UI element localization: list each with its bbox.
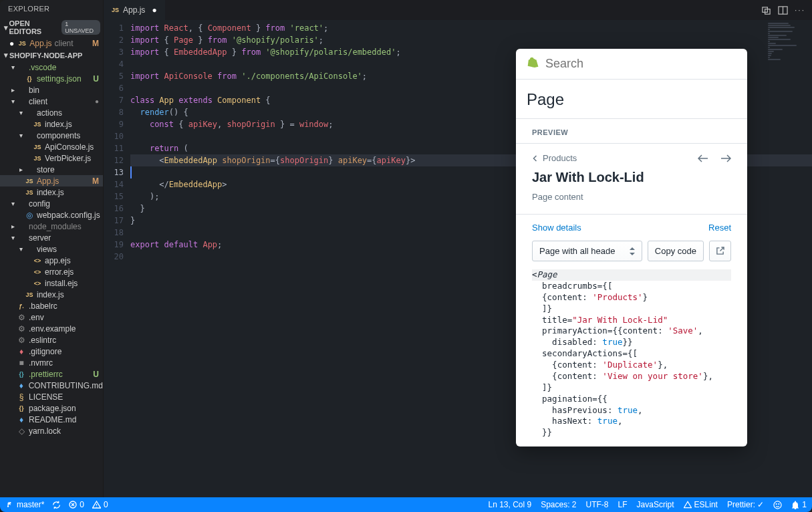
copy-code-button[interactable]: Copy code xyxy=(648,241,704,261)
preview-label: PREVIEW xyxy=(516,119,747,144)
language-mode[interactable]: JavaScript xyxy=(637,500,674,509)
reset-link[interactable]: Reset xyxy=(708,223,731,233)
tree-item[interactable]: ▾.vscode xyxy=(0,61,103,73)
tree-item[interactable]: ▾server xyxy=(0,232,103,243)
editor-tabs: JS App.js ● ··· xyxy=(104,0,812,20)
svg-point-7 xyxy=(779,503,779,504)
minimap[interactable] xyxy=(765,20,812,140)
tree-item[interactable]: ♦.gitignore xyxy=(0,346,103,357)
example-select[interactable]: Page with all heade xyxy=(532,241,642,261)
tree-item[interactable]: ▸store xyxy=(0,164,103,175)
shopify-logo-icon xyxy=(527,57,539,71)
polaris-panel: Page PREVIEW Products Jar With Lock-Lid … xyxy=(516,49,747,446)
tree-item[interactable]: {}package.json xyxy=(0,402,103,414)
warnings-count[interactable]: 0 xyxy=(92,500,108,509)
svg-point-5 xyxy=(774,501,781,508)
tree-item[interactable]: ▾client● xyxy=(0,96,103,107)
show-details-link[interactable]: Show details xyxy=(532,223,581,233)
tab-app-js[interactable]: JS App.js ● xyxy=(104,0,165,20)
tree-item[interactable]: JSVerbPicker.js xyxy=(0,152,103,164)
eslint-status[interactable]: ESLint xyxy=(684,500,718,509)
feedback-icon[interactable] xyxy=(773,501,782,509)
tree-item[interactable]: ▾config xyxy=(0,198,103,209)
tree-item[interactable]: {}settings.jsonU xyxy=(0,73,103,84)
tree-item[interactable]: <>install.ejs xyxy=(0,277,103,289)
tree-item[interactable]: ◎webpack.config.js xyxy=(0,209,103,221)
tree-item[interactable]: ⚙.eslintrc xyxy=(0,334,103,346)
tree-item[interactable]: ▾components xyxy=(0,130,103,141)
preview-content: Page content xyxy=(532,192,731,202)
tree-item[interactable]: <>error.ejs xyxy=(0,266,103,277)
tree-item[interactable]: ■.nvmrc xyxy=(0,357,103,368)
tree-item[interactable]: ◇yarn.lock xyxy=(0,425,103,436)
tree-item[interactable]: ▾actions xyxy=(0,107,103,118)
indentation[interactable]: Spaces: 2 xyxy=(541,500,576,509)
unsaved-badge: 1 UNSAVED xyxy=(61,20,100,35)
encoding[interactable]: UTF-8 xyxy=(586,500,609,509)
tree-item[interactable]: ♦CONTRIBUTING.md xyxy=(0,380,103,391)
open-editors-section[interactable]: ▾ OPEN EDITORS 1 UNSAVED xyxy=(0,17,103,37)
git-branch[interactable]: master* xyxy=(5,500,44,509)
compare-changes-icon[interactable] xyxy=(761,5,771,15)
breadcrumb-products[interactable]: Products xyxy=(532,153,577,163)
panel-search-bar xyxy=(516,49,747,80)
file-tree: ▾.vscode{}settings.jsonU▸bin▾client●▾act… xyxy=(0,61,103,497)
tree-item[interactable]: ⚙.env.example xyxy=(0,323,103,334)
tree-item[interactable]: ƒ..babelrc xyxy=(0,300,103,311)
eol[interactable]: LF xyxy=(618,500,628,509)
svg-point-6 xyxy=(776,503,777,504)
sync-button[interactable] xyxy=(52,501,61,509)
tree-item[interactable]: §LICENSE xyxy=(0,391,103,402)
explorer-sidebar: EXPLORER ▾ OPEN EDITORS 1 UNSAVED ● JS A… xyxy=(0,0,104,497)
split-editor-icon[interactable] xyxy=(778,5,788,15)
tree-item[interactable]: ▸node_modules xyxy=(0,221,103,232)
pagination-prev-icon[interactable] xyxy=(698,154,708,162)
tree-item[interactable]: <>app.ejs xyxy=(0,255,103,266)
panel-search-input[interactable] xyxy=(545,57,736,71)
tree-item[interactable]: JSApiConsole.js xyxy=(0,141,103,152)
tree-item[interactable]: ▾views xyxy=(0,243,103,255)
notifications[interactable]: 1 xyxy=(791,500,807,509)
errors-count[interactable]: 0 xyxy=(69,500,84,509)
tree-item[interactable]: ♦README.md xyxy=(0,414,103,425)
tree-item[interactable]: JSindex.js xyxy=(0,118,103,130)
tree-item[interactable]: {}.prettierrcU xyxy=(0,368,103,380)
prettier-status[interactable]: Prettier: ✓ xyxy=(727,500,764,509)
pagination-next-icon[interactable] xyxy=(720,154,731,162)
open-external-button[interactable] xyxy=(709,241,731,261)
cursor-position[interactable]: Ln 13, Col 9 xyxy=(488,500,531,509)
tree-item[interactable]: JSindex.js xyxy=(0,186,103,198)
open-editor-item[interactable]: ● JS App.js client M xyxy=(0,37,103,49)
tree-item[interactable]: ⚙.env xyxy=(0,311,103,323)
preview-title: Jar With Lock-Lid xyxy=(532,170,731,185)
more-actions-icon[interactable]: ··· xyxy=(795,5,805,15)
tree-item[interactable]: JSindex.js xyxy=(0,289,103,300)
project-section[interactable]: ▾ SHOPIFY-NODE-APP xyxy=(0,49,103,61)
explorer-title: EXPLORER xyxy=(0,0,103,17)
panel-header: Page xyxy=(516,80,747,119)
code-snippet: <Page breadcrumbs={[ {content: 'Products… xyxy=(516,269,747,446)
tree-item[interactable]: ▸bin xyxy=(0,84,103,96)
status-bar: master* 0 0 Ln 13, Col 9 Spaces: 2 UTF-8… xyxy=(0,497,812,512)
tree-item[interactable]: JSApp.jsM xyxy=(0,175,103,186)
